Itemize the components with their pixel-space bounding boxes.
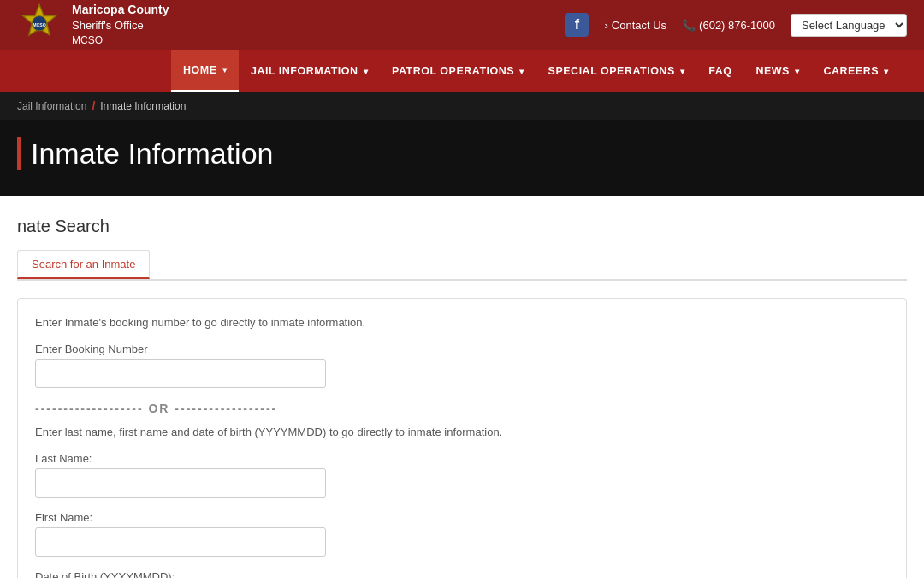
tab-search-inmate[interactable]: Search for an Inmate bbox=[17, 250, 150, 279]
nav-jail-information[interactable]: JAIL INFORMATION ▾ bbox=[239, 50, 380, 92]
news-caret-icon: ▾ bbox=[795, 67, 800, 76]
booking-number-input[interactable] bbox=[35, 359, 326, 388]
content-area: nate Search Search for an Inmate Enter I… bbox=[0, 196, 924, 578]
agency-branding: MCSO Maricopa County Sheriff's Office MC… bbox=[17, 2, 169, 49]
breadcrumb-separator: / bbox=[92, 99, 95, 113]
nav-faq[interactable]: FAQ bbox=[696, 50, 743, 92]
breadcrumb-parent[interactable]: Jail Information bbox=[17, 100, 86, 112]
tab-container: Search for an Inmate bbox=[17, 250, 907, 281]
section-title: nate Search bbox=[17, 217, 907, 236]
page-title-bar: Inmate Information bbox=[0, 120, 924, 196]
breadcrumb-current: Inmate Information bbox=[100, 100, 186, 112]
special-caret-icon: ▾ bbox=[680, 67, 685, 76]
nav-news[interactable]: NEWS ▾ bbox=[743, 50, 811, 92]
first-name-input[interactable] bbox=[35, 527, 326, 557]
nav-special-operations[interactable]: SPECIAL OPERATIONS ▾ bbox=[536, 50, 697, 92]
patrol-caret-icon: ▾ bbox=[519, 67, 524, 76]
breadcrumb: Jail Information / Inmate Information bbox=[0, 92, 924, 120]
or-divider: ------------------- OR -----------------… bbox=[35, 402, 889, 415]
search-form: Enter Inmate's booking number to go dire… bbox=[17, 298, 907, 578]
nav-home[interactable]: HOME ▾ bbox=[171, 50, 239, 92]
home-caret-icon: ▾ bbox=[222, 65, 228, 74]
facebook-icon[interactable]: f bbox=[565, 13, 589, 37]
contact-prefix: › bbox=[604, 19, 607, 32]
nav-careers[interactable]: CAREERS ▾ bbox=[811, 50, 900, 92]
jail-caret-icon: ▾ bbox=[364, 67, 369, 76]
sheriff-badge: MCSO bbox=[17, 3, 62, 47]
nav-patrol-operations[interactable]: PATROL OPERATIONS ▾ bbox=[380, 50, 536, 92]
dob-label: Date of Birth (YYYYMMDD): bbox=[35, 570, 889, 578]
careers-caret-icon: ▾ bbox=[884, 67, 889, 76]
name-description: Enter last name, first name and date of … bbox=[35, 426, 889, 438]
page-title: Inmate Information bbox=[17, 137, 907, 170]
booking-label: Enter Booking Number bbox=[35, 343, 889, 355]
first-name-label: First Name: bbox=[35, 511, 889, 524]
phone-icon: 📞 bbox=[682, 19, 696, 32]
top-bar: MCSO Maricopa County Sheriff's Office MC… bbox=[0, 0, 924, 50]
last-name-input[interactable] bbox=[35, 468, 326, 498]
agency-name: Maricopa County Sheriff's Office MCSO bbox=[72, 2, 169, 49]
phone-number: 📞 (602) 876-1000 bbox=[682, 19, 775, 32]
language-select[interactable]: Select Language bbox=[791, 14, 907, 37]
main-nav: HOME ▾ JAIL INFORMATION ▾ PATROL OPERATI… bbox=[0, 50, 924, 92]
contact-link[interactable]: › Contact Us bbox=[604, 19, 666, 32]
top-bar-right: f › Contact Us 📞 (602) 876-1000 Select L… bbox=[565, 13, 907, 37]
booking-description: Enter Inmate's booking number to go dire… bbox=[35, 316, 889, 329]
svg-text:MCSO: MCSO bbox=[33, 22, 46, 27]
last-name-label: Last Name: bbox=[35, 452, 889, 465]
